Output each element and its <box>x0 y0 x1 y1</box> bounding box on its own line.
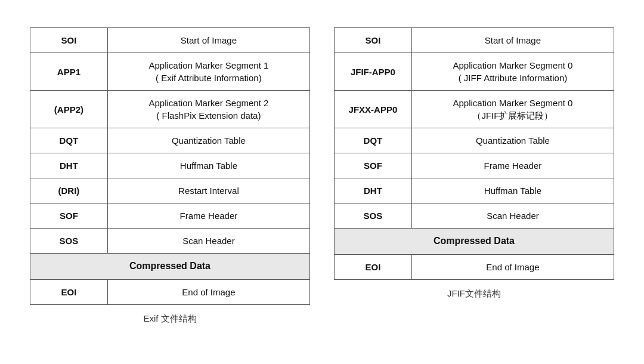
row-val: Application Marker Segment 2( FlashPix E… <box>107 91 309 128</box>
row-val: Start of Image <box>107 28 309 53</box>
table-row: SOSScan Header <box>335 203 614 229</box>
row-key: (DRI) <box>30 178 108 203</box>
table-row: SOSScan Header <box>30 229 310 254</box>
table-row: APP1Application Marker Segment 1( Exif A… <box>30 53 310 91</box>
table-row: DHTHuffman Table <box>335 178 614 203</box>
table-row: JFXX-APP0Application Marker Segment 0（JF… <box>335 91 614 128</box>
jfif-section: SOIStart of ImageJFIF-APP0Application Ma… <box>334 27 614 299</box>
row-val: Scan Header <box>411 203 614 229</box>
table-row: DQTQuantization Table <box>30 128 310 153</box>
row-key: EOI <box>335 254 412 279</box>
compressed-data-row: Compressed Data <box>30 254 310 279</box>
table-row: DQTQuantization Table <box>335 128 614 153</box>
table-row: EOIEnd of Image <box>30 279 310 304</box>
row-key: SOI <box>335 28 412 53</box>
row-val: End of Image <box>411 254 614 279</box>
exif-caption: Exif 文件结构 <box>143 313 196 325</box>
row-val: Quantization Table <box>411 128 614 153</box>
row-key: DQT <box>335 128 412 153</box>
row-val: Frame Header <box>107 203 309 229</box>
table-row: (APP2)Application Marker Segment 2( Flas… <box>30 91 310 128</box>
row-key: (APP2) <box>30 91 108 128</box>
row-val: Application Marker Segment 1( Exif Attri… <box>107 53 309 91</box>
row-key: APP1 <box>30 53 108 91</box>
row-val: Scan Header <box>107 229 309 254</box>
exif-table: SOIStart of ImageAPP1Application Marker … <box>30 27 310 304</box>
row-key: DQT <box>30 128 108 153</box>
row-key: JFIF-APP0 <box>335 53 412 91</box>
row-val: Restart Interval <box>107 178 309 203</box>
row-key: DHT <box>30 153 108 178</box>
table-row: JFIF-APP0Application Marker Segment 0( J… <box>335 53 614 91</box>
table-row: EOIEnd of Image <box>335 254 614 279</box>
table-row: DHTHuffman Table <box>30 153 310 178</box>
compressed-data-row: Compressed Data <box>335 229 614 254</box>
row-val: End of Image <box>107 279 309 304</box>
row-key: SOF <box>335 153 412 178</box>
row-val: Application Marker Segment 0( JIFF Attri… <box>411 53 614 91</box>
table-row: SOIStart of Image <box>30 28 310 53</box>
jfif-caption: JFIF文件结构 <box>447 288 501 300</box>
row-val: Application Marker Segment 0（JFIF扩展标记段） <box>411 91 614 128</box>
row-val: Huffman Table <box>107 153 309 178</box>
row-val: Quantization Table <box>107 128 309 153</box>
row-key: SOS <box>335 203 412 229</box>
row-val: Start of Image <box>411 28 614 53</box>
row-val: Frame Header <box>411 153 614 178</box>
table-row: Compressed Data <box>335 229 614 254</box>
row-key: SOF <box>30 203 108 229</box>
row-key: SOS <box>30 229 108 254</box>
table-row: SOFFrame Header <box>30 203 310 229</box>
jfif-table: SOIStart of ImageJFIF-APP0Application Ma… <box>334 27 614 279</box>
row-key: SOI <box>30 28 108 53</box>
exif-section: SOIStart of ImageAPP1Application Marker … <box>30 27 310 324</box>
table-row: Compressed Data <box>30 254 310 279</box>
row-key: DHT <box>335 178 412 203</box>
table-row: (DRI)Restart Interval <box>30 178 310 203</box>
table-row: SOIStart of Image <box>335 28 614 53</box>
row-key: JFXX-APP0 <box>335 91 412 128</box>
page-wrapper: SOIStart of ImageAPP1Application Marker … <box>18 27 626 324</box>
row-val: Huffman Table <box>411 178 614 203</box>
table-row: SOFFrame Header <box>335 153 614 178</box>
row-key: EOI <box>30 279 108 304</box>
